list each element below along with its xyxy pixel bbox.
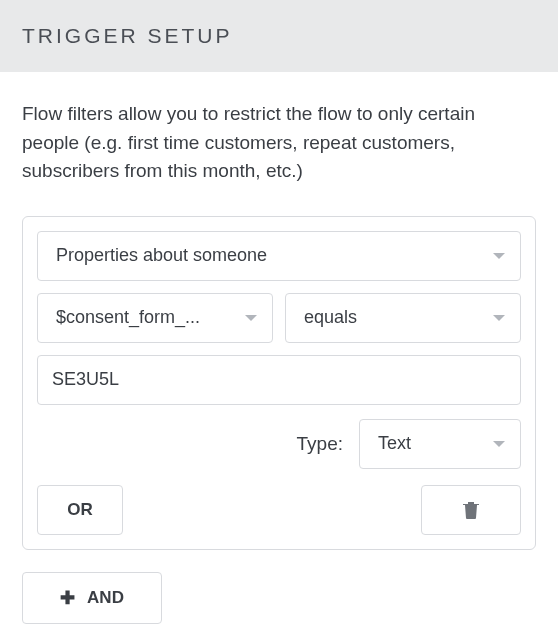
filter-category-value: Properties about someone xyxy=(56,245,480,266)
chevron-down-icon xyxy=(492,251,506,261)
property-operator-row: $consent_form_... equals xyxy=(37,293,521,343)
property-select[interactable]: $consent_form_... xyxy=(37,293,273,343)
type-value: Text xyxy=(378,433,480,454)
operator-select[interactable]: equals xyxy=(285,293,521,343)
panel-header: TRIGGER SETUP xyxy=(0,0,558,72)
type-row: Type: Text xyxy=(37,419,521,469)
filter-value-input[interactable] xyxy=(37,355,521,405)
type-label: Type: xyxy=(297,433,343,455)
delete-button[interactable] xyxy=(421,485,521,535)
plus-icon: ✚ xyxy=(60,587,75,609)
panel-content: Flow filters allow you to restrict the f… xyxy=(0,72,558,638)
filter-category-select[interactable]: Properties about someone xyxy=(37,231,521,281)
description-text: Flow filters allow you to restrict the f… xyxy=(22,100,536,186)
and-button[interactable]: ✚ AND xyxy=(22,572,162,624)
panel-title: TRIGGER SETUP xyxy=(22,24,536,48)
and-button-label: AND xyxy=(87,588,124,608)
chevron-down-icon xyxy=(492,439,506,449)
chevron-down-icon xyxy=(244,313,258,323)
chevron-down-icon xyxy=(492,313,506,323)
filter-bottom-row: OR xyxy=(37,485,521,535)
or-button[interactable]: OR xyxy=(37,485,123,535)
trash-icon xyxy=(463,501,479,519)
filter-condition-block: Properties about someone $consent_form_.… xyxy=(22,216,536,550)
or-button-label: OR xyxy=(67,500,93,520)
property-value: $consent_form_... xyxy=(56,307,232,328)
type-select[interactable]: Text xyxy=(359,419,521,469)
operator-value: equals xyxy=(304,307,480,328)
